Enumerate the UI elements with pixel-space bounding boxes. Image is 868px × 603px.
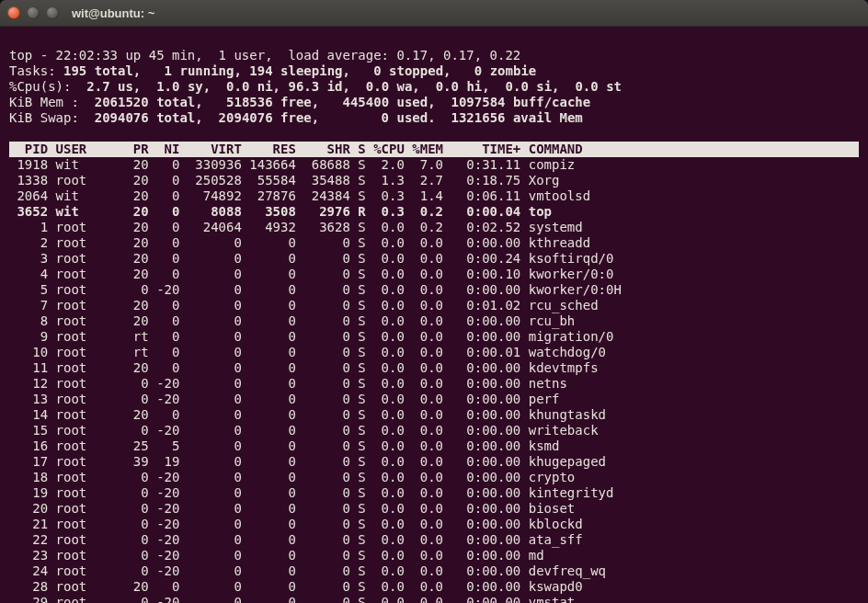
process-row: 12 root 0 -20 0 0 0 S 0.0 0.0 0:00.00 ne…: [9, 376, 859, 392]
process-row: 8 root 20 0 0 0 0 S 0.0 0.0 0:00.00 rcu_…: [9, 313, 859, 329]
process-header-row: PID USER PR NI VIRT RES SHR S %CPU %MEM …: [9, 142, 859, 157]
window-title: wit@ubuntu: ~: [72, 6, 154, 21]
cpu-line: %Cpu(s): 2.7 us, 1.0 sy, 0.0 ni, 96.3 id…: [9, 79, 622, 94]
process-list: 1918 wit 20 0 330936 143664 68688 S 2.0 …: [9, 157, 859, 603]
process-row: 18 root 0 -20 0 0 0 S 0.0 0.0 0:00.00 cr…: [9, 470, 859, 485]
tasks-line: Tasks: 195 total, 1 running, 194 sleepin…: [9, 63, 536, 78]
process-row: 28 root 20 0 0 0 0 S 0.0 0.0 0:00.00 ksw…: [9, 579, 859, 595]
process-row: 7 root 20 0 0 0 0 S 0.0 0.0 0:01.02 rcu_…: [9, 298, 859, 313]
process-row: 2 root 20 0 0 0 0 S 0.0 0.0 0:00.00 kthr…: [9, 235, 859, 251]
terminal-window: wit@ubuntu: ~ top - 22:02:33 up 45 min, …: [0, 0, 868, 603]
process-row: 10 root rt 0 0 0 0 S 0.0 0.0 0:00.01 wat…: [9, 345, 859, 360]
swap-line: KiB Swap: 2094076 total, 2094076 free, 0…: [9, 110, 583, 125]
process-row: 15 root 0 -20 0 0 0 S 0.0 0.0 0:00.00 wr…: [9, 423, 859, 438]
close-icon[interactable]: [7, 6, 20, 19]
process-row: 5 root 0 -20 0 0 0 S 0.0 0.0 0:00.00 kwo…: [9, 282, 859, 298]
top-uptime-line: top - 22:02:33 up 45 min, 1 user, load a…: [9, 48, 520, 63]
process-row: 14 root 20 0 0 0 0 S 0.0 0.0 0:00.00 khu…: [9, 407, 859, 423]
process-row: 22 root 0 -20 0 0 0 S 0.0 0.0 0:00.00 at…: [9, 532, 859, 548]
process-row: 29 root 0 -20 0 0 0 S 0.0 0.0 0:00.00 vm…: [9, 595, 859, 603]
process-row: 11 root 20 0 0 0 0 S 0.0 0.0 0:00.00 kde…: [9, 360, 859, 376]
process-row: 20 root 0 -20 0 0 0 S 0.0 0.0 0:00.00 bi…: [9, 501, 859, 517]
process-row: 1338 root 20 0 250528 55584 35488 S 1.3 …: [9, 173, 859, 188]
maximize-icon[interactable]: [46, 6, 59, 19]
process-row: 1918 wit 20 0 330936 143664 68688 S 2.0 …: [9, 157, 859, 173]
process-row: 1 root 20 0 24064 4932 3628 S 0.0 0.2 0:…: [9, 220, 859, 235]
process-row: 24 root 0 -20 0 0 0 S 0.0 0.0 0:00.00 de…: [9, 563, 859, 579]
terminal-body[interactable]: top - 22:02:33 up 45 min, 1 user, load a…: [0, 27, 868, 603]
process-row: 17 root 39 19 0 0 0 S 0.0 0.0 0:00.00 kh…: [9, 454, 859, 470]
process-row: 19 root 0 -20 0 0 0 S 0.0 0.0 0:00.00 ki…: [9, 485, 859, 501]
process-row: 2064 wit 20 0 74892 27876 24384 S 0.3 1.…: [9, 188, 859, 204]
process-row: 21 root 0 -20 0 0 0 S 0.0 0.0 0:00.00 kb…: [9, 517, 859, 532]
minimize-icon[interactable]: [27, 6, 40, 19]
mem-line: KiB Mem : 2061520 total, 518536 free, 44…: [9, 95, 590, 109]
process-row: 4 root 20 0 0 0 0 S 0.0 0.0 0:00.10 kwor…: [9, 267, 859, 282]
process-row: 16 root 25 5 0 0 0 S 0.0 0.0 0:00.00 ksm…: [9, 438, 859, 454]
window-controls: [7, 6, 59, 19]
process-row: 9 root rt 0 0 0 0 S 0.0 0.0 0:00.00 migr…: [9, 329, 859, 345]
process-row: 3652 wit 20 0 8088 3508 2976 R 0.3 0.2 0…: [9, 204, 859, 220]
process-row: 3 root 20 0 0 0 0 S 0.0 0.0 0:00.24 ksof…: [9, 251, 859, 267]
window-titlebar[interactable]: wit@ubuntu: ~: [0, 0, 868, 27]
process-row: 23 root 0 -20 0 0 0 S 0.0 0.0 0:00.00 md: [9, 548, 859, 563]
process-row: 13 root 0 -20 0 0 0 S 0.0 0.0 0:00.00 pe…: [9, 392, 859, 407]
